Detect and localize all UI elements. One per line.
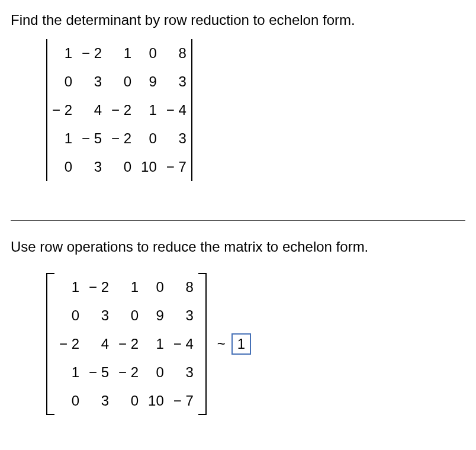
matrix-cell: 3 <box>77 153 107 181</box>
matrix-cell: − 2 <box>84 273 114 301</box>
matrix-cell: 1 <box>47 124 77 153</box>
matrix-cell: 0 <box>114 387 143 415</box>
matrix-row: 1 − 5 − 2 0 3 <box>54 358 198 387</box>
matrix-cell: 1 <box>47 39 77 68</box>
instruction-text-2: Use row operations to reduce the matrix … <box>11 239 465 255</box>
matrix-cell: 0 <box>107 68 136 96</box>
matrix-cell: − 2 <box>114 358 143 387</box>
matrix-cell: − 2 <box>47 96 77 124</box>
matrix-row: 0 3 0 9 3 <box>47 68 192 96</box>
matrix-cell: 0 <box>136 124 162 153</box>
matrix-cell: 1 <box>107 39 136 68</box>
matrix-cell: 0 <box>114 301 143 330</box>
bracket-matrix: 1 − 2 1 0 8 0 3 0 9 3 − 2 4 − 2 1 − 4 <box>46 273 207 415</box>
matrix-cell: 4 <box>77 96 107 124</box>
matrix-cell: − 7 <box>162 153 192 181</box>
matrix-row: 1 − 2 1 0 8 <box>54 273 198 301</box>
matrix-cell: 0 <box>54 387 84 415</box>
matrix-row: 0 3 0 9 3 <box>54 301 198 330</box>
matrix-cell: 10 <box>136 153 162 181</box>
matrix-cell: 1 <box>136 96 162 124</box>
matrix-cell: 0 <box>107 153 136 181</box>
matrix-row: 0 3 0 10 − 7 <box>54 387 198 415</box>
matrix-cell: 0 <box>54 301 84 330</box>
matrix-cell: 1 <box>54 273 84 301</box>
matrix-cell: 8 <box>162 39 192 68</box>
matrix-row: − 2 4 − 2 1 − 4 <box>54 330 198 358</box>
matrix-cell: 3 <box>77 68 107 96</box>
instruction-text-1: Find the determinant by row reduction to… <box>11 12 465 28</box>
matrix-row: 1 − 5 − 2 0 3 <box>47 124 192 153</box>
matrix-cell: 3 <box>169 358 198 387</box>
matrix-cell: − 2 <box>54 330 84 358</box>
matrix-cell: 9 <box>136 68 162 96</box>
tilde-symbol: ~ <box>217 336 226 352</box>
matrix-cell: − 2 <box>114 330 143 358</box>
right-bracket <box>198 273 207 415</box>
matrix-cell: 3 <box>84 301 114 330</box>
matrix-cell: 0 <box>143 358 169 387</box>
matrix-cell: − 5 <box>77 124 107 153</box>
matrix-cell: 3 <box>169 301 198 330</box>
matrix-row: 0 3 0 10 − 7 <box>47 153 192 181</box>
section-divider <box>11 220 465 221</box>
matrix-row: 1 − 2 1 0 8 <box>47 39 192 68</box>
echelon-row-reduction: 1 − 2 1 0 8 0 3 0 9 3 − 2 4 − 2 1 − 4 <box>46 273 465 415</box>
matrix-cell: − 4 <box>162 96 192 124</box>
matrix-cell: 1 <box>143 330 169 358</box>
matrix-cell: 8 <box>169 273 198 301</box>
matrix-cell: − 7 <box>169 387 198 415</box>
matrix-cell: 4 <box>84 330 114 358</box>
matrix-cell: 0 <box>136 39 162 68</box>
matrix-cell: 3 <box>84 387 114 415</box>
matrix-cell: 3 <box>162 68 192 96</box>
matrix-cell: 3 <box>162 124 192 153</box>
matrix-cell: − 2 <box>107 124 136 153</box>
matrix-cell: 9 <box>143 301 169 330</box>
matrix-cell: 1 <box>54 358 84 387</box>
matrix-cell: 0 <box>47 153 77 181</box>
matrix-cell: − 2 <box>77 39 107 68</box>
matrix-cell: 10 <box>143 387 169 415</box>
matrix-cell: − 5 <box>84 358 114 387</box>
matrix-cell: 0 <box>143 273 169 301</box>
matrix-cell: − 2 <box>107 96 136 124</box>
matrix-cell: 1 <box>114 273 143 301</box>
matrix-row: − 2 4 − 2 1 − 4 <box>47 96 192 124</box>
matrix-cell: 0 <box>47 68 77 96</box>
matrix-cell: − 4 <box>169 330 198 358</box>
left-bracket <box>46 273 54 415</box>
answer-input[interactable]: 1 <box>231 333 251 355</box>
determinant-matrix: 1 − 2 1 0 8 0 3 0 9 3 − 2 4 − 2 1 − 4 1 … <box>46 39 192 181</box>
